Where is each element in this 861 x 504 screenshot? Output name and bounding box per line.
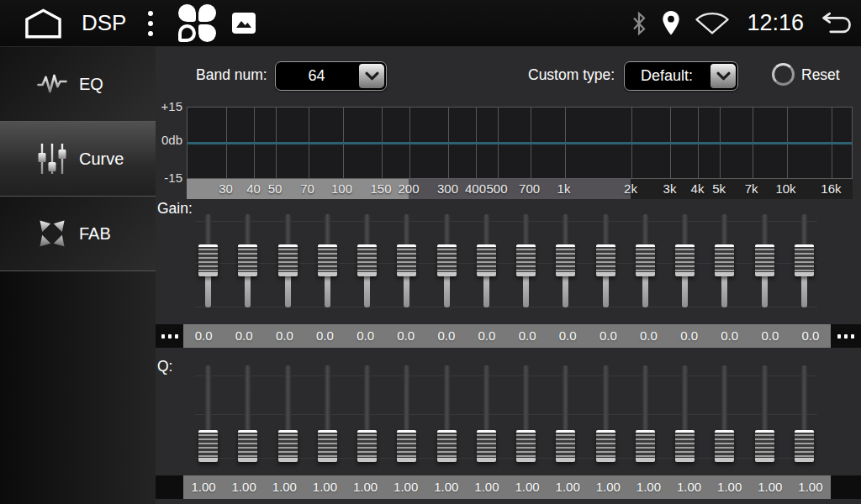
app-launcher-icon[interactable] [178,4,218,42]
gain-slider-thumb[interactable] [755,244,774,276]
q-slider-thumb[interactable] [437,430,457,462]
q-slider[interactable] [665,364,705,467]
gain-value: 0.0 [467,324,507,348]
gain-slider[interactable] [665,213,705,312]
gain-value: 0.0 [426,324,467,348]
freq-tick-label: 40 [246,179,261,199]
gain-slider-thumb[interactable] [198,244,218,276]
gain-slider-thumb[interactable] [715,244,734,276]
gain-slider-thumb[interactable] [477,244,496,276]
q-slider[interactable] [387,364,426,467]
gain-slider-thumb[interactable] [675,244,695,276]
gain-value: 0.0 [669,324,710,348]
gain-slider-thumb[interactable] [278,244,298,276]
q-slider[interactable] [467,364,506,467]
gain-slider-thumb[interactable] [357,244,377,276]
q-values-strip: 1.001.001.001.001.001.001.001.001.001.00… [183,475,831,499]
q-slider-thumb[interactable] [198,430,218,462]
q-slider-thumb[interactable] [596,430,615,462]
q-slider-thumb[interactable] [397,430,416,462]
gain-slider[interactable] [546,213,585,312]
overflow-menu-icon[interactable] [145,8,156,39]
gain-more-right-button[interactable] [831,324,861,348]
gain-slider-thumb[interactable] [516,244,536,276]
gain-slider[interactable] [626,213,665,312]
freq-tick-label: 4k [691,179,705,199]
q-value: 1.00 [386,475,426,499]
freq-axis: 304050701001502003004005007001k2k3k4k5k7… [187,179,853,199]
back-icon[interactable] [821,11,853,35]
q-slider[interactable] [427,364,467,467]
q-slider-thumb[interactable] [715,430,734,462]
gain-slider[interactable] [347,213,387,312]
gain-slider-thumb[interactable] [556,244,575,276]
q-slider[interactable] [347,364,387,467]
q-slider[interactable] [308,364,347,467]
chevron-down-icon [359,64,384,88]
q-slider-thumb[interactable] [238,430,257,462]
q-slider[interactable] [745,364,784,467]
q-slider[interactable] [228,364,267,467]
ellipsis-icon [161,334,165,339]
gain-slider[interactable] [427,213,467,312]
q-value: 1.00 [507,475,547,499]
gain-slider-thumb[interactable] [397,244,416,276]
q-slider[interactable] [506,364,546,467]
gain-slider[interactable] [308,213,347,312]
gain-slider[interactable] [745,213,784,312]
gain-more-left-button[interactable] [156,324,183,348]
freq-tick-label: 16k [821,179,841,199]
gain-slider-thumb[interactable] [318,244,337,276]
gain-slider-thumb[interactable] [636,244,655,276]
gain-slider[interactable] [268,213,308,312]
q-slider-thumb[interactable] [357,430,377,462]
q-slider[interactable] [586,364,626,467]
q-slider-thumb[interactable] [477,430,496,462]
q-slider-thumb[interactable] [675,430,695,462]
sidebar-item-eq[interactable]: EQ [0,47,156,122]
q-value: 1.00 [790,475,831,499]
q-more-right-button[interactable] [831,475,861,499]
gain-slider-thumb[interactable] [596,244,615,276]
q-slider[interactable] [784,364,824,467]
gallery-icon[interactable] [231,12,256,34]
gain-value: 0.0 [790,324,831,348]
q-slider-thumb[interactable] [755,430,774,462]
eq-curve-line [188,142,852,144]
y-axis-label-zero: 0db [156,133,182,147]
sidebar-item-label: EQ [79,75,103,94]
reset-radio[interactable] [772,63,795,86]
custom-type-select[interactable]: Default: [624,61,738,91]
freq-tick-label: 5k [712,179,726,199]
sidebar-item-curve[interactable]: Curve [0,122,156,197]
q-slider[interactable] [268,364,308,467]
sidebar: EQ Curve [0,47,156,504]
gain-slider[interactable] [506,213,546,312]
q-slider-thumb[interactable] [278,430,298,462]
sidebar-item-fab[interactable]: FAB [0,197,156,271]
q-value: 1.00 [183,475,224,499]
gain-slider[interactable] [784,213,824,312]
q-slider-thumb[interactable] [318,430,337,462]
home-button[interactable] [24,7,63,40]
q-slider-thumb[interactable] [556,430,575,462]
gain-slider[interactable] [228,213,267,312]
gain-slider[interactable] [705,213,744,312]
gain-slider[interactable] [387,213,426,312]
gain-slider[interactable] [188,213,228,312]
q-slider-thumb[interactable] [636,430,655,462]
gain-slider-thumb[interactable] [238,244,257,276]
gain-slider[interactable] [467,213,506,312]
q-slider[interactable] [626,364,665,467]
q-slider[interactable] [546,364,585,467]
q-slider[interactable] [188,364,228,467]
q-slider-thumb[interactable] [516,430,536,462]
q-slider[interactable] [705,364,744,467]
band-num-select[interactable]: 64 [275,61,387,91]
freq-tick-label: 100 [331,179,352,199]
gain-slider-thumb[interactable] [795,244,814,276]
q-more-left-button[interactable] [156,475,183,499]
q-slider-thumb[interactable] [795,430,814,462]
gain-slider[interactable] [586,213,626,312]
gain-slider-thumb[interactable] [437,244,457,276]
